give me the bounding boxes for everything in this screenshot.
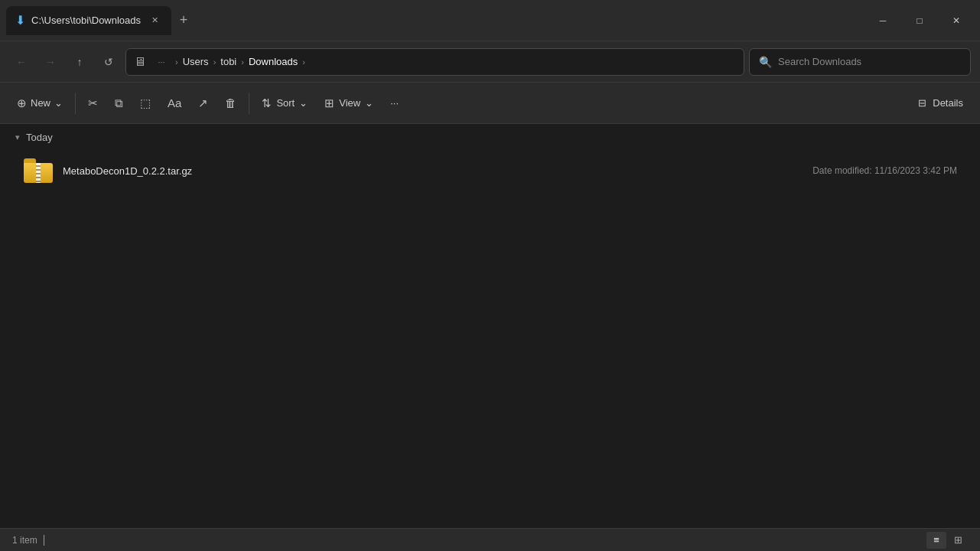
view-button[interactable]: ⊞ View ⌄ — [317, 90, 381, 117]
breadcrumb-expand[interactable]: ··· — [152, 53, 171, 71]
grid-view-button[interactable]: ⊞ — [948, 532, 968, 549]
tab-download-icon: ⬇ — [15, 13, 25, 28]
main-content: ▾ Today MetaboDecon1D_0.2.2.tar.gz Date … — [0, 124, 980, 528]
toolbar-separator-2 — [249, 93, 249, 114]
sort-label: Sort — [276, 97, 295, 109]
breadcrumb-sep-1: › — [213, 57, 217, 67]
back-button[interactable]: ← — [9, 50, 34, 74]
new-button[interactable]: ⊕ New ⌄ — [9, 90, 70, 117]
status-bar: 1 item ≡ ⊞ — [0, 528, 980, 551]
view-chevron-icon: ⌄ — [365, 97, 373, 109]
title-bar: ⬇ C:\Users\tobi\Downloads ✕ + ─ □ ✕ — [0, 0, 980, 41]
minimize-button[interactable]: ─ — [865, 7, 900, 34]
share-button[interactable]: ↗ — [190, 90, 216, 117]
copy-button[interactable]: ⧉ — [107, 90, 131, 117]
breadcrumb-downloads[interactable]: Downloads — [249, 56, 298, 67]
nav-bar: ← → ↑ ↺ 🖥 ··· › Users › tobi › Downloads… — [0, 41, 980, 83]
rename-icon: Aa — [168, 96, 181, 109]
file-icon-wrapper — [23, 155, 54, 186]
breadcrumb-sep-2: › — [241, 57, 244, 67]
more-button[interactable]: ··· — [383, 90, 406, 117]
breadcrumb-sep-0: › — [175, 57, 178, 67]
tab-area: ⬇ C:\Users\tobi\Downloads ✕ + — [6, 0, 861, 41]
close-button[interactable]: ✕ — [939, 7, 974, 34]
tab-title: C:\Users\tobi\Downloads — [31, 15, 141, 26]
tab-close-button[interactable]: ✕ — [147, 13, 162, 28]
archive-icon — [24, 158, 53, 183]
group-header[interactable]: ▾ Today — [15, 132, 965, 143]
pc-icon: 🖥 — [134, 55, 146, 69]
more-label: ··· — [390, 97, 399, 109]
details-button[interactable]: ⊟ Details — [910, 90, 971, 117]
sort-chevron-icon: ⌄ — [299, 97, 308, 109]
new-icon: ⊕ — [17, 96, 27, 110]
breadcrumb-users[interactable]: Users — [183, 56, 209, 67]
group-chevron-icon: ▾ — [15, 132, 20, 142]
details-icon: ⊟ — [918, 97, 926, 109]
window-controls: ─ □ ✕ — [865, 7, 974, 34]
breadcrumb-sep-3: › — [302, 57, 305, 67]
sort-icon: ⇅ — [262, 96, 272, 110]
paste-icon: ⬚ — [140, 96, 151, 110]
toolbar: ⊕ New ⌄ ✂ ⧉ ⬚ Aa ↗ 🗑 ⇅ Sort ⌄ ⊞ View ⌄ ·… — [0, 83, 980, 124]
file-row[interactable]: MetaboDecon1D_0.2.2.tar.gz Date modified… — [15, 149, 965, 192]
cut-button[interactable]: ✂ — [80, 90, 106, 117]
item-count: 1 item — [12, 535, 37, 546]
delete-button[interactable]: 🗑 — [217, 90, 244, 117]
address-bar[interactable]: 🖥 ··· › Users › tobi › Downloads › — [125, 48, 744, 76]
share-icon: ↗ — [198, 96, 208, 110]
search-icon: 🔍 — [759, 56, 772, 68]
file-meta: Date modified: 11/16/2023 3:42 PM — [812, 165, 957, 176]
toolbar-separator-1 — [75, 93, 76, 114]
delete-icon: 🗑 — [225, 96, 236, 109]
up-button[interactable]: ↑ — [67, 50, 92, 74]
view-toggle-buttons: ≡ ⊞ — [926, 532, 968, 549]
sort-button[interactable]: ⇅ Sort ⌄ — [254, 90, 315, 117]
new-tab-button[interactable]: + — [171, 8, 196, 33]
search-box[interactable]: 🔍 Search Downloads — [749, 48, 971, 76]
view-label: View — [339, 97, 360, 109]
breadcrumb-tobi[interactable]: tobi — [220, 56, 236, 67]
refresh-button[interactable]: ↺ — [96, 50, 121, 74]
list-view-button[interactable]: ≡ — [926, 532, 946, 549]
view-icon: ⊞ — [324, 96, 334, 110]
status-cursor — [44, 535, 44, 546]
search-placeholder: Search Downloads — [778, 56, 861, 67]
paste-button[interactable]: ⬚ — [132, 90, 158, 117]
new-label: New — [31, 97, 50, 109]
cut-icon: ✂ — [88, 96, 98, 110]
active-tab[interactable]: ⬇ C:\Users\tobi\Downloads ✕ — [6, 6, 171, 35]
copy-icon: ⧉ — [115, 96, 123, 110]
maximize-button[interactable]: □ — [902, 7, 937, 34]
rename-button[interactable]: Aa — [160, 90, 189, 117]
forward-button[interactable]: → — [38, 50, 63, 74]
group-label: Today — [26, 132, 53, 143]
file-name: MetaboDecon1D_0.2.2.tar.gz — [63, 165, 803, 177]
new-chevron-icon: ⌄ — [54, 97, 63, 109]
details-label: Details — [933, 97, 963, 109]
